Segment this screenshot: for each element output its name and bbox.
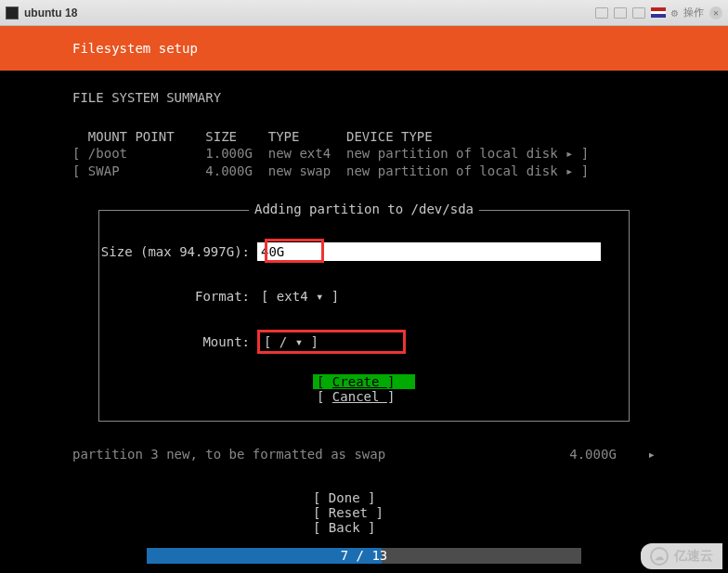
done-button[interactable]: [ Done ]: [313, 490, 415, 505]
partition-desc: partition 3 new, to be formatted as swap: [72, 447, 385, 462]
close-icon[interactable]: ✕: [709, 7, 722, 20]
vm-control-2[interactable]: [614, 7, 627, 19]
summary-row-boot[interactable]: [ /boot 1.000G new ext4 new partition of…: [72, 145, 656, 162]
cloud-icon: ☁: [650, 547, 669, 566]
partition-status: partition 3 new, to be formatted as swap…: [72, 447, 656, 462]
installer-screen: Filesystem setup FILE SYSTEM SUMMARY MOU…: [0, 26, 728, 573]
back-button[interactable]: [ Back ]: [313, 520, 415, 535]
installer-header: Filesystem setup: [0, 26, 728, 71]
mount-select[interactable]: [ / ▾ ]: [257, 330, 406, 354]
progress-text: 7 / 13: [147, 548, 581, 564]
partition-arrow-icon[interactable]: ▸: [648, 447, 656, 462]
watermark-text: 亿速云: [674, 548, 713, 565]
create-button[interactable]: [ Create ]: [313, 374, 415, 389]
vm-control-3[interactable]: [632, 7, 645, 19]
format-select[interactable]: [ ext4 ▾ ]: [257, 287, 406, 306]
summary-row-swap[interactable]: [ SWAP 4.000G new swap new partition of …: [72, 163, 656, 179]
summary-columns: MOUNT POINT SIZE TYPE DEVICE TYPE: [72, 128, 656, 145]
partition-size: 4.000G: [569, 447, 617, 462]
summary-heading: FILE SYSTEM SUMMARY: [72, 89, 656, 106]
vm-icon: [6, 7, 19, 20]
add-partition-dialog: Adding partition to /dev/sda Size (max 9…: [98, 210, 630, 422]
progress-bar: 7 / 13: [147, 548, 581, 564]
cancel-button[interactable]: [ Cancel ]: [313, 389, 415, 404]
nav-buttons: [ Done ] [ Reset ] [ Back ]: [313, 490, 415, 535]
page-title: Filesystem setup: [72, 41, 198, 56]
reset-button[interactable]: [ Reset ]: [313, 505, 415, 520]
size-label: Size (max 94.997G):: [99, 244, 257, 259]
vm-action-label[interactable]: 操作: [683, 6, 704, 20]
vm-titlebar: ubuntu 18 ⚙ 操作 ✕: [0, 0, 728, 26]
vm-title: ubuntu 18: [24, 7, 77, 20]
size-input[interactable]: [257, 242, 601, 261]
main-content: FILE SYSTEM SUMMARY MOUNT POINT SIZE TYP…: [0, 71, 728, 179]
mount-label: Mount:: [99, 334, 257, 349]
watermark: ☁ 亿速云: [641, 543, 722, 569]
input-flag-icon[interactable]: [651, 7, 666, 18]
dialog-title: Adding partition to /dev/sda: [249, 202, 479, 216]
vm-control-1[interactable]: [595, 7, 608, 19]
format-label: Format:: [99, 289, 257, 304]
gear-icon[interactable]: ⚙: [671, 7, 678, 20]
